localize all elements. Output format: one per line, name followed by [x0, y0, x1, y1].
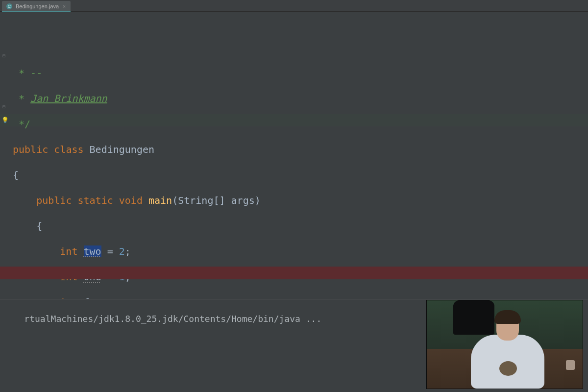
var-four: four: [84, 296, 107, 299]
javadoc-author: Jan Brinkmann: [30, 93, 107, 104]
keyword: public: [13, 144, 48, 155]
fold-marker-icon[interactable]: ⊟: [2, 104, 5, 109]
method-name: main: [148, 195, 172, 206]
params: (String[] args): [172, 195, 261, 206]
keyword: void: [119, 195, 143, 206]
code-area[interactable]: * -- * Jan Brinkmann */ public class Bed…: [10, 12, 588, 299]
tab-bar: C Bedingungen.java ×: [0, 0, 588, 12]
editor[interactable]: ⊟ ⊟ 💡 * -- * Jan Brinkmann */ public cla…: [0, 12, 588, 299]
class-name: Bedingungen: [90, 144, 154, 155]
file-tab[interactable]: C Bedingungen.java ×: [2, 1, 71, 11]
javadoc-text: */: [13, 118, 30, 130]
gutter: ⊟ ⊟ 💡: [0, 12, 10, 299]
webcam-overlay: [426, 300, 583, 389]
literal: 2: [119, 245, 125, 257]
fold-marker-icon[interactable]: ⊟: [2, 53, 5, 58]
close-tab-icon[interactable]: ×: [62, 4, 67, 9]
java-class-icon: C: [6, 3, 13, 10]
var-two: two: [84, 245, 101, 257]
ide-root: C Bedingungen.java × ⊟ ⊟ 💡 * -- * Jan Br…: [0, 0, 588, 392]
run-console[interactable]: rtualMachines/jdk1.8.0_25.jdk/Contents/H…: [0, 299, 588, 392]
webcam-mug: [566, 360, 575, 370]
webcam-person: [471, 310, 544, 389]
literal: 4: [125, 296, 131, 299]
file-tab-label: Bedingungen.java: [16, 3, 59, 9]
brace: {: [13, 169, 19, 181]
keyword: int: [60, 271, 77, 283]
javadoc-text: *: [13, 93, 30, 104]
console-line: rtualMachines/jdk1.8.0_25.jdk/Contents/H…: [24, 314, 321, 324]
keyword: class: [54, 144, 83, 155]
keyword: int: [60, 245, 77, 257]
brace: {: [36, 220, 42, 232]
intention-bulb-icon[interactable]: 💡: [1, 117, 8, 123]
svg-text:C: C: [8, 4, 11, 9]
javadoc-text: * --: [13, 67, 42, 79]
keyword: int: [60, 296, 77, 299]
var-one: one: [84, 271, 101, 283]
breakpoint-icon[interactable]: [1, 270, 6, 275]
keyword: static: [77, 195, 113, 206]
keyword: public: [36, 195, 72, 206]
literal: 1: [119, 271, 125, 283]
